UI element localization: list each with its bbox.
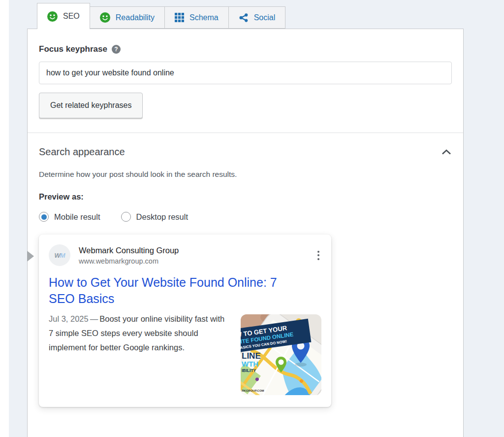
tab-seo[interactable]: SEO xyxy=(37,3,90,29)
site-url: www.webmarkgroup.com xyxy=(79,257,179,265)
get-related-keyphrases-button[interactable]: Get related keyphrases xyxy=(39,93,143,118)
preview-as-label: Preview as: xyxy=(39,192,452,202)
tab-label: Readability xyxy=(116,13,155,22)
smiley-icon xyxy=(100,12,110,23)
radio-desktop-result[interactable]: Desktop result xyxy=(121,212,188,222)
radio-circle[interactable] xyxy=(39,212,49,222)
site-name: Webmark Consulting Group xyxy=(79,246,179,255)
result-thumbnail-image: W TO GET YOUR SITE FOUND ONLINE BASICS Y… xyxy=(241,314,321,395)
mobile-search-preview-card: WM Webmark Consulting Group www.webmarkg… xyxy=(39,235,331,407)
radio-label: Mobile result xyxy=(54,212,100,222)
result-title-link: How to Get Your Website Found Online: 7 … xyxy=(49,274,293,307)
search-appearance-title: Search appearance xyxy=(39,146,125,158)
question-mark-icon[interactable]: ? xyxy=(112,45,121,54)
radio-mobile-result[interactable]: Mobile result xyxy=(39,212,100,222)
right-caret xyxy=(27,251,34,262)
tab-social[interactable]: Social xyxy=(229,6,286,29)
svg-text:IBILITY: IBILITY xyxy=(242,368,256,373)
result-date: Jul 3, 2025 xyxy=(49,314,89,323)
radio-label: Desktop result xyxy=(136,212,188,222)
date-separator: — xyxy=(90,314,98,323)
result-description: Jul 3, 2025—Boost your online visibility… xyxy=(49,312,230,395)
svg-text:RKGROUP.COM: RKGROUP.COM xyxy=(242,389,264,392)
favicon-letter-m: M xyxy=(60,252,65,259)
kebab-menu-icon xyxy=(315,248,321,263)
site-favicon: WM xyxy=(49,244,70,266)
focus-keyphrase-input[interactable] xyxy=(39,62,452,84)
tab-label: SEO xyxy=(63,12,80,21)
preview-mode-radio-group: Mobile result Desktop result xyxy=(39,212,452,222)
tab-label: Schema xyxy=(189,13,219,22)
grid-icon xyxy=(175,13,184,22)
tab-schema[interactable]: Schema xyxy=(165,6,229,29)
tab-readability[interactable]: Readability xyxy=(90,6,165,29)
favicon-letter-w: W xyxy=(54,252,60,259)
svg-text:WTH: WTH xyxy=(242,360,258,368)
tab-label: Social xyxy=(254,13,276,22)
chevron-up-icon[interactable] xyxy=(441,148,452,156)
search-appearance-description: Determine how your post should look in t… xyxy=(39,170,452,179)
yoast-tab-bar: SEO Readability Schema Social xyxy=(37,3,285,29)
search-appearance-header[interactable]: Search appearance xyxy=(39,146,452,158)
yoast-seo-panel: Focus keyphrase ? Get related keyphrases… xyxy=(27,29,464,437)
section-divider xyxy=(28,133,463,133)
focus-keyphrase-label: Focus keyphrase xyxy=(39,44,107,54)
smiley-icon xyxy=(47,11,58,22)
radio-circle[interactable] xyxy=(121,212,131,222)
share-icon xyxy=(239,13,249,23)
